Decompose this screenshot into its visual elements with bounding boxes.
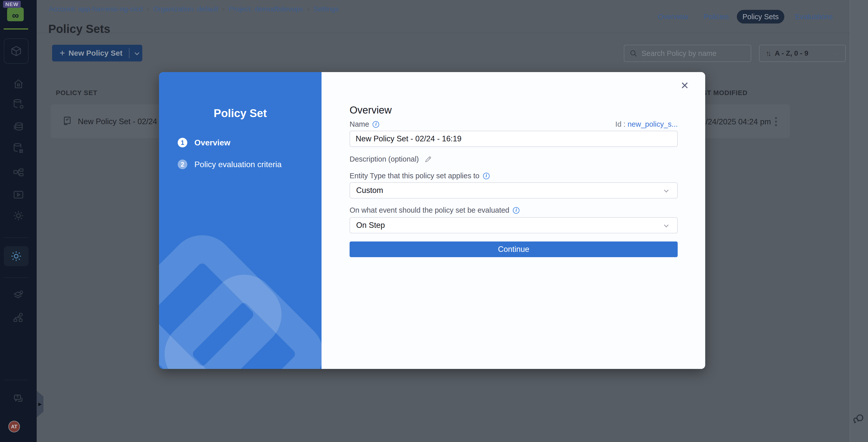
row-menu-button[interactable]: [774, 115, 778, 129]
wizard-panel: Policy Set 1 Overview 2 Policy evaluatio…: [159, 72, 321, 369]
flowchart-icon: [13, 167, 24, 179]
sidebar-item-home[interactable]: [0, 78, 37, 90]
network-gear-icon: [13, 312, 24, 323]
tab-policies[interactable]: Policies: [704, 13, 729, 21]
new-policy-set-button[interactable]: + New Policy Set: [52, 45, 142, 61]
event-label: On what event should the policy set be e…: [349, 206, 509, 214]
sidebar-item-pipelines[interactable]: [0, 167, 37, 179]
continue-button[interactable]: Continue: [349, 241, 678, 257]
sort-label: A - Z, 0 - 9: [775, 49, 834, 57]
app-screen: ∞ NEW: [0, 0, 868, 442]
database-dots-icon: [13, 142, 24, 154]
cube-icon: [10, 45, 22, 57]
wizard-step-overview[interactable]: 1 Overview: [178, 138, 230, 147]
policy-set-modified: 02/24/2025 04:24 pm: [697, 117, 771, 126]
wizard-title: Policy Set: [159, 107, 321, 120]
breadcrumb-separator: ›: [307, 5, 309, 13]
modal-heading: Overview: [349, 105, 392, 116]
event-select[interactable]: On Step: [349, 217, 678, 233]
close-icon[interactable]: ×: [681, 79, 688, 92]
policy-set-icon: [62, 116, 72, 126]
name-input[interactable]: [349, 131, 678, 147]
right-rail: [850, 0, 868, 442]
step-label: Overview: [194, 138, 230, 147]
new-policy-set-label: New Policy Set: [68, 49, 122, 57]
breadcrumb: Account: app-harness-ng-cicd › Organizat…: [49, 5, 339, 13]
breadcrumb-separator: ›: [147, 5, 149, 13]
info-icon[interactable]: i: [513, 207, 520, 214]
chevron-down-icon[interactable]: [135, 50, 139, 55]
module-underline: [4, 28, 28, 30]
sidebar-item-settings-active[interactable]: [4, 246, 29, 266]
layers-gear-icon: [13, 289, 24, 301]
search-icon: [629, 49, 638, 57]
name-label: Name: [349, 120, 369, 128]
breadcrumb-separator: ›: [222, 5, 225, 13]
infinity-glyph: ∞: [7, 10, 24, 21]
entity-id: Id : new_policy_s...: [615, 120, 678, 128]
sort-dropdown[interactable]: ↑↓ A - Z, 0 - 9: [759, 45, 846, 62]
sidebar-item-databases[interactable]: [0, 121, 37, 133]
sidebar-divider: [4, 237, 28, 238]
column-header-policy-set: POLICY SET: [56, 89, 97, 97]
harness-dbdevops-logo-icon[interactable]: ∞: [7, 7, 24, 23]
wizard-step-evaluation-criteria[interactable]: 2 Policy evaluation criteria: [178, 159, 282, 169]
name-label-row: Name i: [349, 120, 379, 128]
chat-bubbles-icon[interactable]: [853, 413, 865, 425]
chevron-down-icon: [664, 187, 669, 192]
sort-arrows-icon: ↑↓: [766, 49, 770, 58]
help-chat-icon: ?: [12, 393, 25, 405]
sidebar-item-infrastructure[interactable]: [0, 312, 37, 323]
database-gear-icon: [13, 98, 24, 110]
breadcrumb-project[interactable]: Project: demodbdevops: [229, 5, 303, 13]
info-icon[interactable]: i: [373, 121, 379, 128]
entity-type-row: Entity Type that this policy set applies…: [349, 172, 678, 180]
description-label: Description (optional): [349, 155, 419, 163]
breadcrumb-organization[interactable]: Organization: default: [153, 5, 218, 13]
modal-content: × Overview Name i Id : new_policy_s... D…: [321, 72, 705, 369]
id-prefix: Id :: [615, 120, 625, 128]
plus-icon: +: [60, 48, 65, 58]
button-divider: [129, 48, 129, 58]
tab-policy-sets-label: Policy Sets: [742, 13, 778, 21]
stacked-databases-icon: [13, 121, 24, 133]
sidebar-expand-handle[interactable]: ▶: [37, 391, 43, 417]
sidebar-divider: [4, 277, 28, 278]
sidebar-item-db-settings[interactable]: [0, 98, 37, 110]
chevron-down-icon: [664, 223, 669, 227]
help-button[interactable]: ?: [0, 393, 37, 405]
sidebar-divider: [4, 380, 28, 380]
svg-text:?: ?: [16, 395, 19, 399]
sidebar-item-db-instances[interactable]: [0, 142, 37, 154]
event-value: On Step: [356, 221, 664, 230]
play-screen-icon: [13, 189, 24, 201]
description-row: Description (optional): [349, 155, 678, 163]
page-title: Policy Sets: [48, 22, 110, 36]
breadcrumb-settings[interactable]: Settings: [313, 5, 339, 13]
edit-pencil-icon[interactable]: [424, 155, 432, 163]
event-row: On what event should the policy set be e…: [349, 206, 678, 214]
gear-icon: [10, 250, 23, 262]
entity-type-select[interactable]: Custom: [349, 182, 678, 199]
new-badge: NEW: [3, 1, 21, 8]
search-box: [624, 45, 751, 62]
info-icon[interactable]: i: [483, 173, 490, 179]
sidebar-item-executions[interactable]: [0, 189, 37, 201]
entity-id-link[interactable]: new_policy_s...: [628, 120, 678, 128]
sidebar-item-module-selector[interactable]: [4, 38, 29, 64]
search-input[interactable]: [641, 49, 737, 58]
sidebar-item-environments[interactable]: [0, 289, 37, 301]
home-icon: [13, 78, 24, 90]
gear-icon: [13, 210, 24, 222]
tab-policy-sets-active[interactable]: Policy Sets: [737, 10, 784, 24]
breadcrumb-account[interactable]: Account: app-harness-ng-cicd: [49, 5, 143, 13]
chevron-down-icon: [834, 51, 839, 55]
step-number-badge: 1: [178, 138, 187, 147]
step-number-badge: 2: [178, 159, 187, 169]
tab-evaluations[interactable]: Evaluations: [795, 13, 833, 21]
step-label: Policy evaluation criteria: [194, 160, 282, 169]
sidebar-item-preferences[interactable]: [0, 210, 37, 222]
tab-overview[interactable]: Overview: [658, 13, 688, 21]
user-avatar[interactable]: AT: [8, 421, 20, 432]
entity-type-label: Entity Type that this policy set applies…: [349, 172, 479, 180]
